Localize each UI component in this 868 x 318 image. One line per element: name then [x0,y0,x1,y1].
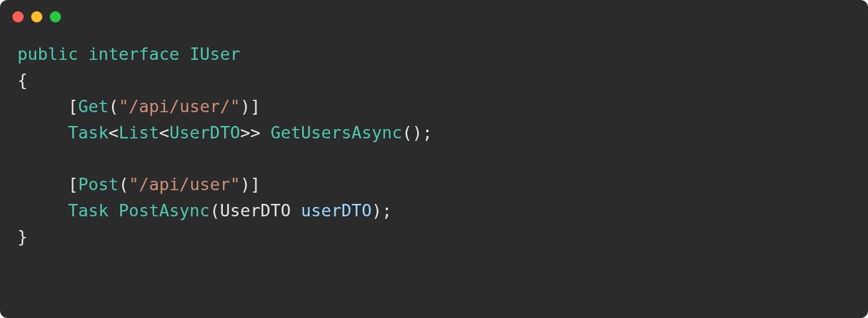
indent [17,97,68,116]
close-icon[interactable] [12,11,24,22]
type-task: Task [68,123,108,142]
indent [17,123,68,142]
minimize-icon[interactable] [31,11,42,22]
paren-open: ( [108,97,118,116]
method-postasync: PostAsync [119,201,210,220]
paren-open: ( [119,175,129,194]
parens-semicolon: (); [402,123,433,142]
param-name: userDTO [301,201,372,220]
string-literal: "/api/user" [129,175,240,194]
angle-close: >> [240,123,261,142]
bracket-close: ] [250,97,260,116]
paren-close: ) [240,175,250,194]
interface-name: IUser [189,44,240,64]
method-getusersasync: GetUsersAsync [270,123,402,142]
maximize-icon[interactable] [50,11,61,22]
indent [17,201,68,220]
attribute-get: Get [78,97,109,116]
angle-open: < [159,123,169,142]
type-list: List [119,123,159,142]
brace-open: { [17,70,27,90]
keyword-interface: interface [88,44,179,64]
attribute-post: Post [78,175,119,194]
keyword-public: public [17,44,78,64]
param-type: UserDTO [220,201,291,220]
type-task: Task [68,201,108,220]
type-userdto: UserDTO [169,123,240,142]
bracket-close: ] [250,175,260,194]
string-literal: "/api/user/" [119,97,240,116]
paren-close: ) [240,97,250,116]
code-content: public interface IUser { [Get("/api/user… [0,22,868,263]
indent [17,175,68,194]
paren-open: ( [210,201,220,220]
bracket-open: [ [68,97,78,116]
angle-open: < [108,123,118,142]
code-window: public interface IUser { [Get("/api/user… [0,0,868,318]
bracket-open: [ [68,175,78,194]
paren-close-semicolon: ); [372,201,392,220]
brace-close: } [17,227,27,246]
window-titlebar [0,0,868,22]
